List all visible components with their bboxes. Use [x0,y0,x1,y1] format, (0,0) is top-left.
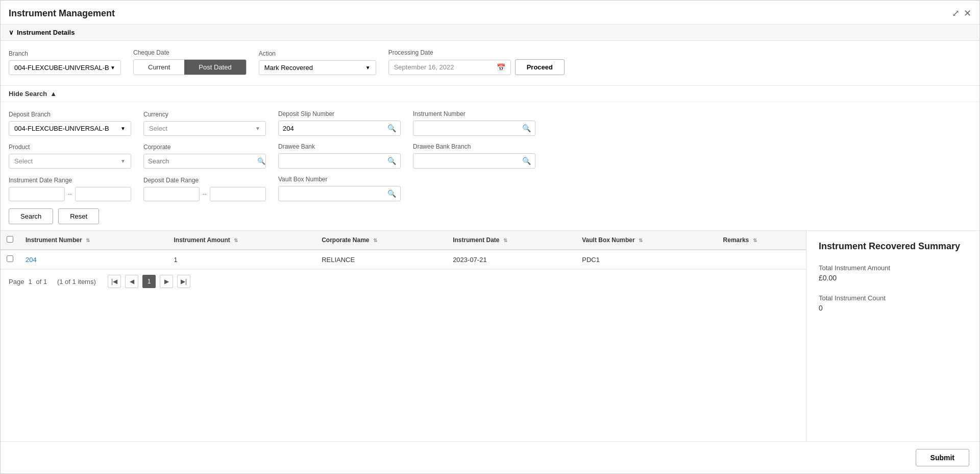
maximize-icon[interactable]: ⤢ [952,8,960,19]
action-field: Action Mark Recovered ▼ [259,50,376,75]
submit-button[interactable]: Submit [916,449,969,466]
col-header-corporate-name[interactable]: Corporate Name ⇅ [315,231,447,250]
drawee-bank-branch-input-wrapper: 🔍 [413,153,535,169]
search-header[interactable]: Hide Search ▲ [1,86,979,102]
total-instrument-amount-value: £0.00 [819,274,967,282]
select-all-checkbox[interactable] [7,236,13,243]
action-chevron-icon: ▼ [365,65,371,70]
cheque-date-current-btn[interactable]: Current [134,60,184,75]
deposit-branch-value: 004-FLEXCUBE-UNIVERSAL-B [14,125,109,132]
total-instrument-count-label: Total Instrument Count [819,294,967,302]
drawee-bank-branch-search-icon[interactable]: 🔍 [518,154,535,168]
instrument-date-range: 📅 ↔ 📅 [9,187,131,201]
select-all-header[interactable] [1,231,19,250]
drawee-bank-input[interactable] [279,154,383,168]
instrument-number-input[interactable] [413,122,518,135]
col-header-instrument-date[interactable]: Instrument Date ⇅ [447,231,576,250]
drawee-bank-label: Drawee Bank [278,143,401,150]
instrument-date-range-label: Instrument Date Range [9,177,131,184]
sort-icon: ⇅ [639,238,643,243]
close-icon[interactable]: ✕ [964,8,971,19]
chevron-down-icon: ∨ [9,29,14,36]
processing-date-field: Processing Date 📅 Proceed [388,49,565,75]
deposit-date-range-field: Deposit Date Range 📅 ↔ 📅 [143,177,266,201]
deposit-slip-search-icon[interactable]: 🔍 [383,121,400,135]
next-page-button[interactable]: ▶ [160,275,173,288]
total-instrument-count-value: 0 [819,304,967,312]
deposit-date-range-arrow-icon: ↔ [202,191,208,198]
proceed-button[interactable]: Proceed [515,59,565,75]
processing-date-input-wrapper: 📅 [388,60,511,75]
vault-box-number-search-icon[interactable]: 🔍 [383,186,400,201]
prev-page-button[interactable]: ◀ [125,275,138,288]
instrument-date-from: 📅 [9,187,65,201]
search-button[interactable]: Search [9,208,53,224]
first-page-button[interactable]: |◀ [108,275,121,288]
col-header-instrument-amount[interactable]: Instrument Amount ⇅ [168,231,316,250]
table-row: 204 1 RELIANCE 2023-07-21 PDC1 [1,250,806,269]
instrument-number-link[interactable]: 204 [26,256,37,264]
table-header-row: Instrument Number ⇅ Instrument Amount ⇅ … [1,231,806,250]
row-checkbox-cell[interactable] [1,250,19,269]
corporate-search-input[interactable] [144,154,257,168]
deposit-slip-number-input-wrapper: 🔍 [278,121,401,136]
processing-date-calendar-icon[interactable]: 📅 [497,63,505,72]
sort-icon: ⇅ [234,238,238,243]
footer: Submit [1,441,979,473]
vault-box-number-input-wrapper: 🔍 [278,186,401,201]
last-page-button[interactable]: ▶| [177,275,190,288]
drawee-bank-search-icon[interactable]: 🔍 [383,154,400,168]
instrument-date-range-arrow-icon: ↔ [67,191,73,198]
cell-instrument-amount: 1 [168,250,316,269]
summary-title: Instrument Recovered Summary [819,241,967,252]
currency-select[interactable]: Select ▼ [143,121,266,136]
reset-button[interactable]: Reset [58,208,99,224]
sort-icon: ⇅ [373,238,377,243]
deposit-slip-number-input[interactable] [279,122,383,135]
deposit-date-from: 📅 [143,187,200,201]
product-placeholder: Select [14,157,33,165]
cheque-date-postdated-btn[interactable]: Post Dated [184,60,246,75]
cell-instrument-number: 204 [19,250,168,269]
branch-value: 004-FLEXCUBE-UNIVERSAL-B [14,64,109,72]
drawee-bank-branch-label: Drawee Bank Branch [413,143,535,150]
product-chevron-icon: ▼ [120,158,126,164]
product-select[interactable]: Select ▼ [9,154,131,169]
processing-date-input[interactable] [394,63,494,71]
cheque-date-field: Cheque Date Current Post Dated [133,49,247,75]
results-table: Instrument Number ⇅ Instrument Amount ⇅ … [1,231,806,269]
drawee-bank-branch-input[interactable] [413,154,518,168]
total-instrument-count-item: Total Instrument Count 0 [819,294,967,312]
row-checkbox[interactable] [7,255,13,262]
sort-icon: ⇅ [753,238,757,243]
section-label: Instrument Details [17,29,75,36]
action-value: Mark Recovered [264,64,313,72]
currency-chevron-icon: ▼ [255,126,260,131]
drawee-bank-branch-field: Drawee Bank Branch 🔍 [413,143,535,169]
vault-box-number-label: Vault Box Number [278,176,401,183]
table-section: Instrument Number ⇅ Instrument Amount ⇅ … [1,231,806,441]
instrument-number-search-icon[interactable]: 🔍 [518,121,535,135]
page-1-button[interactable]: 1 [142,275,156,288]
deposit-branch-field: Deposit Branch 004-FLEXCUBE-UNIVERSAL-B … [9,111,131,136]
total-instrument-amount-label: Total Instrument Amount [819,264,967,272]
col-header-vault-box-number[interactable]: Vault Box Number ⇅ [576,231,717,250]
branch-label: Branch [9,50,121,57]
branch-select[interactable]: 004-FLEXCUBE-UNIVERSAL-B ▼ [9,60,121,75]
col-header-remarks[interactable]: Remarks ⇅ [717,231,806,250]
instrument-date-range-field: Instrument Date Range 📅 ↔ 📅 [9,177,131,201]
action-select[interactable]: Mark Recovered ▼ [259,60,376,75]
currency-label: Currency [143,111,266,118]
corporate-search-icon[interactable]: 🔍 [257,157,265,165]
corporate-field: Corporate 🔍 [143,144,266,169]
drawee-bank-input-wrapper: 🔍 [278,153,401,169]
instrument-number-label: Instrument Number [413,110,535,117]
corporate-label: Corporate [143,144,266,151]
vault-box-number-input[interactable] [279,187,383,201]
cell-remarks [717,250,806,269]
currency-placeholder: Select [149,125,167,132]
deposit-slip-number-field: Deposit Slip Number 🔍 [278,110,401,136]
col-header-instrument-number[interactable]: Instrument Number ⇅ [19,231,168,250]
deposit-branch-select[interactable]: 004-FLEXCUBE-UNIVERSAL-B ▼ [9,121,131,136]
instrument-details-section-header[interactable]: ∨ Instrument Details [1,25,979,41]
